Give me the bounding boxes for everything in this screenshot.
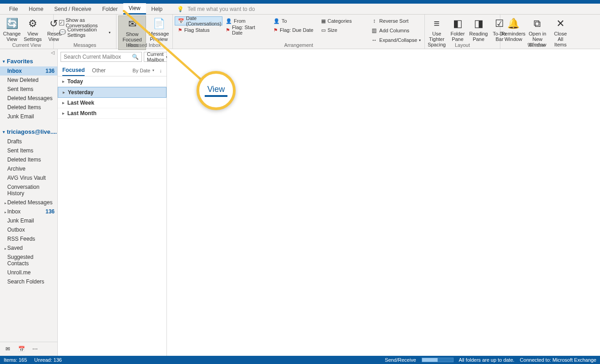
nav-item-conversation-history[interactable]: Conversation History: [0, 182, 57, 198]
arrangement-group-label: Arrangement: [173, 42, 424, 49]
show-conversations-checkbox[interactable]: ✓ Show as Conversations: [57, 18, 112, 27]
spacing-icon: ≡: [430, 17, 443, 30]
arrange-by-to[interactable]: 👤To: [270, 16, 318, 25]
nav-item-inbox[interactable]: Inbox136: [0, 66, 57, 76]
arrange-by-categories[interactable]: ▦Categories: [318, 16, 366, 25]
arrange-by-size[interactable]: ▭Size: [318, 25, 366, 35]
tab-sendreceive[interactable]: Send / Receive: [49, 4, 96, 14]
nav-item-avg-virus-vault[interactable]: AVG Virus Vault: [0, 173, 57, 182]
to-icon: 👤: [273, 18, 280, 24]
status-uptodate: All folders are up to date.: [459, 357, 514, 363]
nav-item-rss-feeds[interactable]: RSS Feeds: [0, 234, 57, 243]
change-view-icon: 🔄: [5, 17, 18, 30]
chevron-down-icon: ▾: [419, 38, 421, 42]
title-bar: [0, 0, 600, 4]
nav-item-drafts[interactable]: Drafts: [0, 137, 57, 146]
collapse-nav-button[interactable]: ◁: [0, 49, 57, 56]
tell-me-search[interactable]: 💡 Tell me what you want to do: [177, 6, 255, 12]
tab-folder[interactable]: Folder: [97, 4, 123, 14]
arr-flagdue-label: Flag: Due Date: [280, 27, 313, 33]
nav-item-saved[interactable]: ▸Saved: [0, 243, 57, 253]
arr-size-label: Size: [328, 27, 337, 33]
nav-item-deleted-items[interactable]: Deleted Items: [0, 155, 57, 164]
nav-item-sent-items[interactable]: Sent Items: [0, 85, 57, 94]
sort-dropdown[interactable]: By Date▾↓: [132, 68, 162, 73]
arrange-by-flag-status[interactable]: ⚑Flag Status: [175, 25, 222, 35]
sort-direction-icon[interactable]: ↓: [160, 68, 162, 73]
nav-item-sent-items[interactable]: Sent Items: [0, 146, 57, 155]
sort-label: By Date: [132, 68, 150, 73]
folder-pane-icon: ◧: [451, 17, 464, 30]
chevron-down-icon: ▾: [3, 130, 5, 134]
message-list-pane: 🔍 Current Mailbox ▾ Focused Other By Dat…: [58, 49, 167, 356]
reminders-label: Reminders Window: [501, 31, 525, 42]
more-icon[interactable]: ⋯: [31, 345, 39, 353]
nav-item-deleted-messages[interactable]: ▸Deleted Messages: [0, 198, 57, 207]
group-header-today[interactable]: ▸Today: [58, 76, 166, 87]
account-header[interactable]: ▾triciagoss@live....: [0, 126, 57, 137]
nav-item-junk-email[interactable]: Junk Email: [0, 216, 57, 225]
arrange-by-flag-due[interactable]: ⚑Flag: Due Date: [270, 25, 318, 35]
nav-item-inbox[interactable]: ▸Inbox136: [0, 207, 57, 216]
search-icon[interactable]: 🔍: [132, 54, 139, 60]
nav-item-deleted-messages[interactable]: Deleted Messages: [0, 94, 57, 103]
messages-group-label: Messages: [54, 42, 116, 49]
arrange-by-flag-start[interactable]: ⚑Flag: Start Date: [222, 25, 270, 35]
flag-icon: ⚑: [273, 27, 278, 33]
nav-item-search-folders[interactable]: Search Folders: [0, 277, 57, 286]
tab-file[interactable]: File: [4, 4, 23, 14]
tab-home[interactable]: Home: [23, 4, 49, 14]
status-connected: Connected to: Microsoft Exchange: [520, 357, 596, 363]
mail-icon[interactable]: ✉: [4, 345, 12, 353]
tell-me-label: Tell me what you want to do: [187, 6, 255, 12]
add-columns-button[interactable]: ▥Add Columns: [369, 26, 423, 35]
group-header-last-week[interactable]: ▸Last Week: [58, 98, 166, 108]
categories-icon: ▦: [321, 18, 326, 24]
reading-pane-icon: ◨: [472, 17, 485, 30]
size-icon: ▭: [321, 27, 326, 33]
focused-inbox-group-label: Focused Inbox: [116, 42, 172, 49]
callout-label: View: [205, 85, 228, 97]
folder-pane: ◁ ▾Favorites Inbox136New DeletedSent Ite…: [0, 49, 58, 356]
folder-pane-label: Folder Pane: [450, 31, 465, 42]
message-preview-label: Message Preview: [149, 31, 169, 42]
callout-zoom: View: [197, 71, 236, 110]
arr-flagstatus-label: Flag Status: [184, 27, 210, 33]
sendreceive-progress: [422, 358, 454, 362]
account-label: triciagoss@live....: [7, 128, 57, 135]
chevron-down-icon: ▾: [109, 30, 111, 35]
tab-help[interactable]: Help: [146, 4, 168, 14]
arr-flagstart-label: Flag: Start Date: [232, 25, 267, 35]
calendar-icon[interactable]: 📅: [17, 345, 25, 353]
ribbon: 🔄 Change View ⚙ View Settings ↺ Reset Vi…: [0, 15, 600, 49]
change-view-label: Change View: [3, 31, 21, 42]
conversation-settings-button[interactable]: 💬 Conversation Settings ▾: [57, 28, 112, 37]
group-header-last-month[interactable]: ▸Last Month: [58, 108, 166, 119]
reverse-sort-button[interactable]: ↕Reverse Sort: [369, 16, 423, 25]
nav-item-suggested-contacts[interactable]: Suggested Contacts: [0, 253, 57, 268]
search-input[interactable]: [64, 54, 132, 60]
nav-item-deleted-items[interactable]: Deleted Items: [0, 103, 57, 112]
focused-inbox-icon: ✉: [126, 18, 139, 30]
lightbulb-icon: 💡: [177, 6, 184, 12]
view-settings-label: View Settings: [24, 31, 42, 42]
arr-from-label: From: [234, 18, 246, 24]
arrange-by-date[interactable]: 📅Date (Conversations): [175, 16, 222, 25]
conversation-settings-label: Conversation Settings: [67, 27, 107, 38]
ribbon-tabs: File Home Send / Receive Folder View Hel…: [0, 4, 600, 15]
nav-item-outbox[interactable]: Outbox: [0, 225, 57, 234]
status-items: Items: 165: [4, 357, 27, 363]
nav-item-archive[interactable]: Archive: [0, 164, 57, 173]
pivot-other[interactable]: Other: [92, 66, 106, 76]
nav-item-unroll.me[interactable]: Unroll.me: [0, 268, 57, 277]
favorites-header[interactable]: ▾Favorites: [0, 56, 57, 66]
search-input-wrap[interactable]: 🔍: [61, 52, 142, 62]
nav-item-new-deleted[interactable]: New Deleted: [0, 76, 57, 85]
nav-item-junk-email[interactable]: Junk Email: [0, 112, 57, 121]
status-unread: Unread: 136: [34, 357, 62, 363]
tab-view[interactable]: View: [123, 3, 146, 15]
arrange-by-from[interactable]: 👤From: [222, 16, 270, 25]
arr-cat-label: Categories: [328, 18, 352, 24]
pivot-focused[interactable]: Focused: [62, 65, 85, 76]
group-header-yesterday[interactable]: ▸Yesterday: [58, 87, 166, 98]
